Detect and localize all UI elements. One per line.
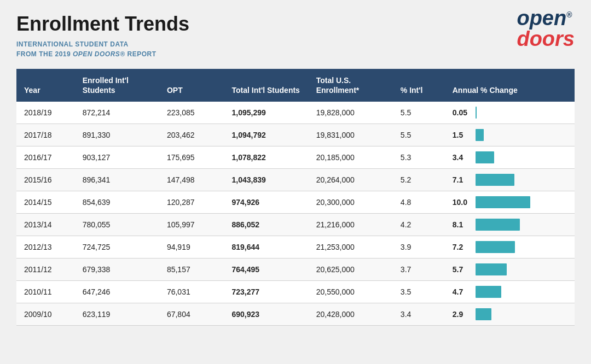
cell-annual: 4.7: [445, 280, 575, 303]
subtitle: INTERNATIONAL STUDENT DATA FROM THE 2019…: [16, 39, 189, 59]
cell-total-us: 20,185,000: [309, 146, 393, 168]
cell-total-us: 20,625,000: [309, 258, 393, 280]
cell-total-int: 974,926: [224, 191, 309, 213]
cell-enrolled: 679,338: [75, 258, 159, 280]
cell-pct: 4.2: [393, 213, 445, 236]
logo: open® doors: [517, 8, 575, 49]
cell-enrolled: 903,127: [75, 146, 159, 168]
cell-enrolled: 872,214: [75, 102, 159, 124]
cell-total-int: 690,923: [224, 303, 309, 325]
cell-enrolled: 896,341: [75, 168, 159, 191]
cell-annual: 3.4: [445, 146, 575, 168]
table-row: 2016/17 903,127 175,695 1,078,822 20,185…: [16, 146, 575, 168]
cell-total-int: 764,495: [224, 258, 309, 280]
cell-total-us: 19,828,000: [309, 102, 393, 124]
cell-pct: 5.2: [393, 168, 445, 191]
cell-total-us: 20,428,000: [309, 303, 393, 325]
col-header-pct: % Int'l: [393, 69, 445, 102]
cell-total-int: 1,094,792: [224, 124, 309, 146]
cell-total-int: 1,095,299: [224, 102, 309, 124]
cell-opt: 147,498: [159, 168, 224, 191]
col-header-opt: OPT: [159, 69, 224, 102]
cell-opt: 94,919: [159, 236, 224, 258]
cell-year: 2016/17: [16, 146, 75, 168]
cell-annual: 8.1: [445, 213, 575, 236]
cell-total-us: 21,216,000: [309, 213, 393, 236]
cell-annual: 7.2: [445, 236, 575, 258]
col-header-enrolled: Enrolled Int'l Students: [75, 69, 159, 102]
page-wrapper: Enrollment Trends INTERNATIONAL STUDENT …: [0, 0, 591, 364]
cell-annual: 10.0: [445, 191, 575, 213]
table-row: 2011/12 679,338 85,157 764,495 20,625,00…: [16, 258, 575, 280]
table-row: 2014/15 854,639 120,287 974,926 20,300,0…: [16, 191, 575, 213]
cell-pct: 3.5: [393, 280, 445, 303]
cell-enrolled: 780,055: [75, 213, 159, 236]
cell-opt: 223,085: [159, 102, 224, 124]
subtitle-line1: INTERNATIONAL STUDENT DATA: [16, 39, 189, 49]
cell-total-int: 1,078,822: [224, 146, 309, 168]
cell-year: 2015/16: [16, 168, 75, 191]
cell-opt: 203,462: [159, 124, 224, 146]
cell-year: 2011/12: [16, 258, 75, 280]
subtitle-line2: FROM THE 2019 OPEN DOORS® REPORT: [16, 49, 189, 59]
logo-doors: doors: [517, 27, 575, 50]
cell-total-us: 20,264,000: [309, 168, 393, 191]
cell-year: 2010/11: [16, 280, 75, 303]
cell-pct: 5.5: [393, 124, 445, 146]
cell-year: 2014/15: [16, 191, 75, 213]
cell-total-us: 20,300,000: [309, 191, 393, 213]
table-row: 2017/18 891,330 203,462 1,094,792 19,831…: [16, 124, 575, 146]
cell-enrolled: 647,246: [75, 280, 159, 303]
cell-pct: 4.8: [393, 191, 445, 213]
cell-enrolled: 724,725: [75, 236, 159, 258]
cell-annual: 2.9: [445, 303, 575, 325]
cell-pct: 3.7: [393, 258, 445, 280]
cell-total-int: 819,644: [224, 236, 309, 258]
col-header-annual: Annual % Change: [445, 69, 575, 102]
cell-annual: 5.7: [445, 258, 575, 280]
header-area: Enrollment Trends INTERNATIONAL STUDENT …: [16, 13, 575, 59]
cell-annual: 7.1: [445, 168, 575, 191]
cell-year: 2012/13: [16, 236, 75, 258]
cell-pct: 5.3: [393, 146, 445, 168]
col-header-year: Year: [16, 69, 75, 102]
cell-year: 2009/10: [16, 303, 75, 325]
cell-total-us: 20,550,000: [309, 280, 393, 303]
table-row: 2010/11 647,246 76,031 723,277 20,550,00…: [16, 280, 575, 303]
cell-pct: 5.5: [393, 102, 445, 124]
cell-total-us: 19,831,000: [309, 124, 393, 146]
table-header-row: Year Enrolled Int'l Students OPT Total I…: [16, 69, 575, 102]
page-title: Enrollment Trends: [16, 13, 189, 35]
enrollment-table: Year Enrolled Int'l Students OPT Total I…: [16, 69, 575, 326]
cell-opt: 67,804: [159, 303, 224, 325]
cell-opt: 85,157: [159, 258, 224, 280]
logo-area: open® doors: [517, 8, 575, 49]
table-row: 2009/10 623,119 67,804 690,923 20,428,00…: [16, 303, 575, 325]
header-left: Enrollment Trends INTERNATIONAL STUDENT …: [16, 13, 189, 59]
logo-open: open®: [517, 7, 572, 30]
col-header-total-int: Total Int'l Students: [224, 69, 309, 102]
cell-annual: 1.5: [445, 124, 575, 146]
table-row: 2018/19 872,214 223,085 1,095,299 19,828…: [16, 102, 575, 124]
cell-opt: 120,287: [159, 191, 224, 213]
cell-pct: 3.9: [393, 236, 445, 258]
cell-enrolled: 854,639: [75, 191, 159, 213]
cell-enrolled: 623,119: [75, 303, 159, 325]
cell-total-int: 886,052: [224, 213, 309, 236]
cell-opt: 76,031: [159, 280, 224, 303]
cell-pct: 3.4: [393, 303, 445, 325]
cell-annual: 0.05: [445, 102, 575, 124]
cell-opt: 105,997: [159, 213, 224, 236]
cell-enrolled: 891,330: [75, 124, 159, 146]
cell-total-int: 1,043,839: [224, 168, 309, 191]
cell-total-int: 723,277: [224, 280, 309, 303]
col-header-total-us: Total U.S. Enrollment*: [309, 69, 393, 102]
table-row: 2013/14 780,055 105,997 886,052 21,216,0…: [16, 213, 575, 236]
cell-total-us: 21,253,000: [309, 236, 393, 258]
table-row: 2015/16 896,341 147,498 1,043,839 20,264…: [16, 168, 575, 191]
table-row: 2012/13 724,725 94,919 819,644 21,253,00…: [16, 236, 575, 258]
cell-opt: 175,695: [159, 146, 224, 168]
cell-year: 2018/19: [16, 102, 75, 124]
cell-year: 2017/18: [16, 124, 75, 146]
cell-year: 2013/14: [16, 213, 75, 236]
